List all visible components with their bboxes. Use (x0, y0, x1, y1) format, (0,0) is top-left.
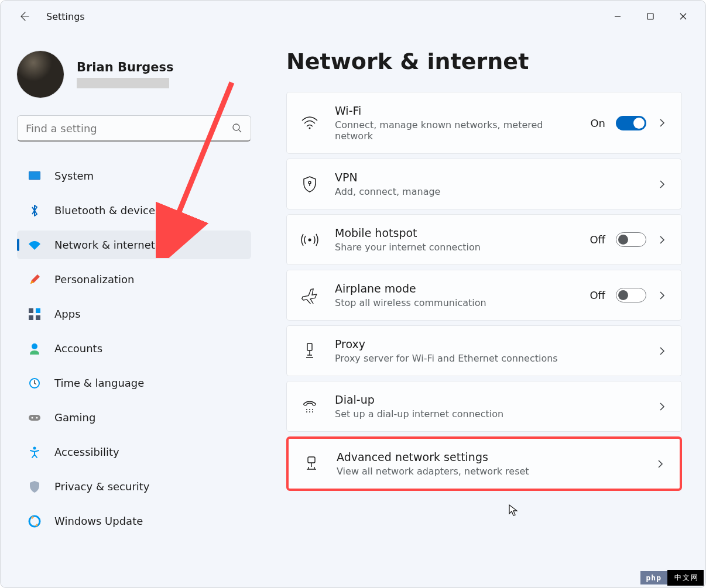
search-box[interactable] (17, 115, 251, 142)
card-airplane[interactable]: Airplane mode Stop all wireless communic… (286, 270, 682, 321)
sidebar-item-update[interactable]: Windows Update (17, 507, 251, 535)
close-button[interactable] (667, 5, 700, 28)
chevron-right-icon (657, 346, 667, 356)
bluetooth-icon (28, 204, 42, 218)
card-vpn[interactable]: VPN Add, connect, manage (286, 159, 682, 209)
nav-list: System Bluetooth & devices Network & int… (17, 161, 251, 535)
maximize-button[interactable] (634, 5, 667, 28)
accounts-icon (28, 342, 42, 356)
svg-point-1 (233, 124, 239, 130)
card-hotspot[interactable]: Mobile hotspot Share your internet conne… (286, 214, 682, 265)
card-subtitle: Stop all wireless communication (335, 297, 573, 308)
card-text: Proxy Proxy server for Wi-Fi and Etherne… (335, 338, 640, 364)
sidebar-item-label: Personalization (54, 273, 134, 286)
minimize-icon (614, 12, 622, 20)
sidebar-item-label: Time & language (54, 377, 144, 389)
gamepad-icon (28, 411, 42, 425)
card-actions: Off (590, 232, 667, 247)
sidebar-item-label: Privacy & security (54, 480, 150, 493)
svg-point-18 (309, 238, 311, 241)
card-wifi[interactable]: Wi-Fi Connect, manage known networks, me… (286, 92, 682, 154)
watermark-badge: php 中文网 (640, 570, 704, 586)
hotspot-toggle[interactable] (616, 232, 646, 247)
sidebar-item-apps[interactable]: Apps (17, 300, 251, 328)
dialup-phone-icon (301, 398, 318, 415)
sidebar: Brian Burgess System Bluetooth & devices (17, 32, 251, 587)
card-actions (657, 346, 667, 356)
card-title: Dial-up (335, 393, 640, 406)
sidebar-item-label: Network & internet (54, 239, 155, 251)
card-title: Mobile hotspot (335, 226, 573, 239)
search-icon (232, 123, 242, 133)
personalization-icon (28, 273, 42, 287)
sidebar-item-label: Windows Update (54, 515, 143, 527)
svg-point-14 (33, 446, 36, 449)
user-email-redacted (77, 78, 169, 88)
card-text: Dial-up Set up a dial-up internet connec… (335, 393, 640, 419)
system-icon (28, 169, 42, 183)
main-content: Network & internet Wi-Fi Connect, manage… (251, 32, 705, 587)
card-title: Advanced network settings (337, 451, 639, 463)
update-icon (28, 514, 42, 528)
sidebar-item-accounts[interactable]: Accounts (17, 334, 251, 363)
svg-rect-19 (307, 343, 312, 350)
apps-icon (28, 307, 42, 321)
svg-rect-7 (36, 315, 40, 320)
sidebar-item-time[interactable]: Time & language (17, 369, 251, 397)
card-subtitle: Share your internet connection (335, 242, 573, 253)
profile[interactable]: Brian Burgess (17, 51, 251, 98)
sidebar-item-network[interactable]: Network & internet (17, 231, 251, 259)
svg-rect-11 (29, 415, 40, 421)
svg-point-20 (306, 409, 307, 410)
svg-point-24 (309, 411, 310, 412)
badge-php: php (640, 571, 667, 584)
chevron-right-icon (657, 235, 667, 245)
svg-rect-4 (29, 308, 33, 313)
sidebar-item-personalization[interactable]: Personalization (17, 265, 251, 294)
card-title: Wi-Fi (335, 104, 574, 117)
back-button[interactable] (15, 7, 33, 26)
window-controls (601, 5, 700, 28)
avatar (17, 51, 64, 98)
svg-point-15 (29, 516, 40, 527)
sidebar-item-accessibility[interactable]: Accessibility (17, 438, 251, 466)
svg-rect-6 (29, 315, 33, 320)
airplane-toggle[interactable] (616, 288, 646, 302)
card-dialup[interactable]: Dial-up Set up a dial-up internet connec… (286, 381, 682, 432)
hotspot-icon (301, 231, 318, 249)
svg-point-22 (312, 409, 313, 410)
svg-point-23 (306, 411, 307, 412)
card-title: Airplane mode (335, 282, 573, 295)
sidebar-item-privacy[interactable]: Privacy & security (17, 472, 251, 501)
card-subtitle: Proxy server for Wi-Fi and Ethernet conn… (335, 353, 640, 364)
wifi-toggle[interactable] (616, 116, 646, 130)
search-input[interactable] (26, 122, 232, 135)
card-actions: On (590, 116, 667, 130)
accessibility-icon (28, 445, 42, 459)
svg-point-8 (32, 343, 37, 349)
sidebar-item-system[interactable]: System (17, 161, 251, 190)
sidebar-item-bluetooth[interactable]: Bluetooth & devices (17, 196, 251, 225)
maximize-icon (646, 12, 654, 20)
svg-point-17 (309, 181, 311, 184)
card-title: Proxy (335, 338, 640, 350)
card-actions (657, 179, 667, 190)
page-title: Network & internet (286, 49, 682, 74)
card-advanced-network[interactable]: Advanced network settings View all netwo… (286, 436, 682, 491)
airplane-icon (301, 287, 318, 304)
card-text: Wi-Fi Connect, manage known networks, me… (335, 104, 574, 142)
svg-point-16 (309, 128, 311, 129)
card-text: Advanced network settings View all netwo… (337, 451, 639, 477)
clock-icon (28, 376, 42, 390)
card-subtitle: Set up a dial-up internet connection (335, 408, 640, 419)
sidebar-item-gaming[interactable]: Gaming (17, 403, 251, 432)
mouse-cursor-icon (508, 504, 520, 517)
network-adapter-icon (303, 455, 320, 473)
minimize-button[interactable] (601, 5, 634, 28)
svg-rect-3 (29, 172, 40, 179)
card-text: Mobile hotspot Share your internet conne… (335, 226, 573, 253)
sidebar-item-label: Accessibility (54, 446, 119, 458)
card-proxy[interactable]: Proxy Proxy server for Wi-Fi and Etherne… (286, 325, 682, 376)
toggle-label: On (590, 117, 605, 129)
proxy-icon (301, 342, 318, 360)
